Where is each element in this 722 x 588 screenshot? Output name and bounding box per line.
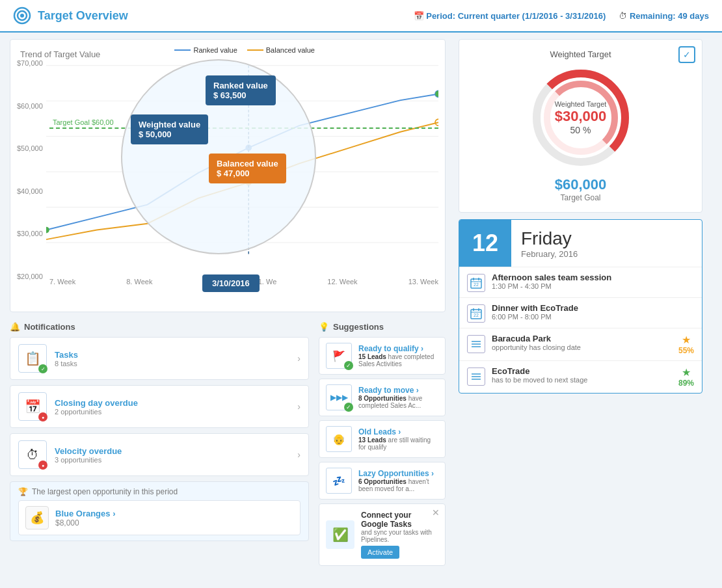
ready-to-move-content: Ready to move › 8 Opportunities have com…: [358, 386, 438, 409]
promo-close-button[interactable]: ✕: [432, 507, 440, 518]
opp-details: Blue Oranges › $8,000: [55, 509, 115, 528]
event-3-subtitle: opportunity has closing date: [492, 343, 672, 351]
closing-day-arrow[interactable]: ›: [297, 401, 301, 412]
largest-opp-item[interactable]: 💰 Blue Oranges › $8,000: [18, 500, 301, 535]
main-content: Trend of Target Value Ranked value Balan…: [0, 33, 722, 572]
old-leads-icon: 👴: [332, 433, 345, 446]
closing-day-sub: 2 opportunities: [55, 408, 289, 416]
baracuda-pct: 55%: [678, 346, 694, 355]
google-tasks-icon: ✅: [326, 520, 354, 549]
google-tasks-promo: ✅ Connect your Google Tasks and sync you…: [319, 503, 446, 566]
tasks-icon: 📋: [25, 351, 41, 366]
notification-velocity[interactable]: ⏱ ● Velocity overdue 3 opportunities ›: [10, 433, 309, 476]
velocity-arrow[interactable]: ›: [297, 449, 301, 460]
legend-ranked: Ranked value: [174, 46, 237, 54]
tasks-title: Tasks: [55, 350, 289, 360]
right-panel: ✓ Weighted Target Weighted Target: [455, 33, 709, 572]
velocity-icon-box: ⏱ ●: [18, 440, 47, 469]
event-4-rating: ★ 89%: [678, 366, 694, 388]
event-4-details: EcoTrade has to be moved to next stage: [492, 366, 672, 384]
velocity-sub: 3 opportunities: [55, 456, 289, 464]
opp-value: $8,000: [55, 518, 115, 528]
calendar-month: February, 2016: [521, 249, 578, 259]
gauge-title: Weighted Target: [469, 49, 692, 59]
event-3-details: Baracuda Park opportunity has closing da…: [492, 334, 672, 351]
event-1-title: Afternoon sales team session: [492, 273, 694, 282]
tasks-badge: ✓: [38, 364, 47, 373]
suggestion-old-leads[interactable]: 👴 Old Leads › 13 Leads are still waiting…: [319, 420, 446, 458]
lazy-opps-sub: 6 Opportunities haven't been moved for a…: [358, 478, 438, 492]
header-left: Target Overview: [13, 7, 128, 25]
tasks-arrow[interactable]: ›: [297, 353, 301, 364]
closing-day-content: Closing day overdue 2 opportunities: [55, 398, 289, 416]
calendar-card: 12 Friday February, 2016 22 Afternoon sa…: [459, 219, 702, 394]
ready-to-move-check: ✓: [344, 403, 353, 412]
old-leads-title: Old Leads ›: [358, 427, 438, 436]
ready-to-qualify-title: Ready to qualify ›: [358, 344, 438, 353]
baracuda-star-icon: ★: [682, 334, 691, 346]
legend-line-orange: [247, 49, 263, 51]
calendar-day-name: Friday: [521, 228, 578, 249]
event-4-icon: [467, 368, 485, 386]
bottom-section: 🔔 Notifications 📋 ✓ Tasks 8 tasks ›: [10, 322, 446, 566]
closing-day-icon: 📅: [25, 399, 41, 414]
ready-to-move-sub: 8 Opportunities have completed Sales Ac.…: [358, 395, 438, 409]
app-header: Target Overview 📅 Period: Current quarte…: [0, 0, 722, 33]
page-title: Target Overview: [38, 9, 128, 23]
tooltip-ranked: Ranked value $ 63,500: [206, 75, 276, 105]
suggestion-ready-to-qualify[interactable]: 🚩 ✓ Ready to qualify › 15 Leads have com…: [319, 337, 446, 375]
notification-closing-day[interactable]: 📅 ● Closing day overdue 2 opportunities …: [10, 385, 309, 428]
suggestion-ready-to-move[interactable]: ▶▶▶ ✓ Ready to move › 8 Opportunities ha…: [319, 379, 446, 416]
event-4-title: EcoTrade: [492, 366, 672, 376]
tooltip-weighted: Weighted value $ 50,000: [131, 114, 208, 144]
calendar-event-afternoon-sales[interactable]: 22 Afternoon sales team session 1:30 PM …: [459, 267, 702, 297]
largest-opp-header: 🏆 The largest open opportunity in this p…: [18, 487, 301, 496]
event-3-title: Baracuda Park: [492, 334, 672, 343]
target-goal-chart-label: Target Goal $60,00: [51, 118, 116, 127]
donut-chart: Weighted Target $30,000 50 %: [529, 66, 633, 170]
event-2-time: 6:00 PM - 8:00 PM: [492, 313, 694, 321]
ready-to-qualify-icon-box: 🚩 ✓: [326, 343, 352, 369]
svg-text:22: 22: [474, 282, 479, 287]
calendar-day-number: 12: [459, 220, 511, 267]
promo-content: Connect your Google Tasks and sync your …: [361, 511, 438, 559]
velocity-icon: ⏱: [26, 448, 39, 462]
svg-point-2: [20, 14, 24, 18]
activate-button[interactable]: Activate: [361, 546, 399, 559]
ecotrade-pct: 89%: [678, 379, 694, 388]
calendar-event-baracuda[interactable]: Baracuda Park opportunity has closing da…: [459, 328, 702, 360]
target-goal-value: $60,000: [469, 176, 692, 193]
ready-to-qualify-sub: 15 Leads have completed Sales Activities: [358, 353, 438, 368]
promo-sub: and sync your tasks with Pipelines.: [361, 529, 438, 543]
tasks-sub: 8 tasks: [55, 360, 289, 368]
chart-legend: Ranked value Balanced value: [174, 46, 315, 54]
tasks-icon-box: 📋 ✓: [18, 344, 47, 373]
opp-icon: 💰: [25, 506, 49, 529]
remaining-label: ⏱ Remaining: 49 days: [619, 11, 709, 21]
calendar-event-dinner[interactable]: 22 Dinner with EcoTrade 6:00 PM - 8:00 P…: [459, 297, 702, 328]
notification-tasks[interactable]: 📋 ✓ Tasks 8 tasks ›: [10, 337, 309, 380]
event-2-title: Dinner with EcoTrade: [492, 303, 694, 313]
chart-yaxis: $70,000 $60,000 $50,000 $40,000 $30,000 …: [17, 59, 43, 280]
largest-opportunity-section: 🏆 The largest open opportunity in this p…: [10, 481, 309, 541]
closing-day-badge: ●: [38, 412, 47, 421]
calendar-events: 22 Afternoon sales team session 1:30 PM …: [459, 267, 702, 393]
calendar-header: 12 Friday February, 2016: [459, 220, 702, 267]
ready-to-move-title: Ready to move ›: [358, 386, 438, 395]
donut-text: Weighted Target $30,000 50 %: [555, 100, 607, 135]
chart-date-badge: 3/10/2016: [202, 274, 260, 292]
calendar-event-ecotrade[interactable]: EcoTrade has to be moved to next stage ★…: [459, 360, 702, 393]
promo-title: Connect your Google Tasks: [361, 511, 438, 529]
suggestion-lazy-opportunities[interactable]: 💤 Lazy Opportunities › 6 Opportunities h…: [319, 462, 446, 500]
legend-line-blue: [174, 49, 191, 51]
closing-day-icon-box: 📅 ●: [18, 392, 47, 421]
event-3-rating: ★ 55%: [678, 334, 694, 355]
event-1-time: 1:30 PM - 4:30 PM: [492, 282, 694, 290]
gauge-check-icon[interactable]: ✓: [678, 46, 695, 63]
lazy-opps-icon: 💤: [332, 475, 345, 487]
ready-to-move-icon-box: ▶▶▶ ✓: [326, 384, 352, 410]
closing-day-title: Closing day overdue: [55, 398, 289, 408]
gauge-card: ✓ Weighted Target Weighted Target: [459, 39, 702, 213]
gauge-percent: 50 %: [555, 125, 607, 135]
chart-container: Trend of Target Value Ranked value Balan…: [10, 39, 446, 312]
